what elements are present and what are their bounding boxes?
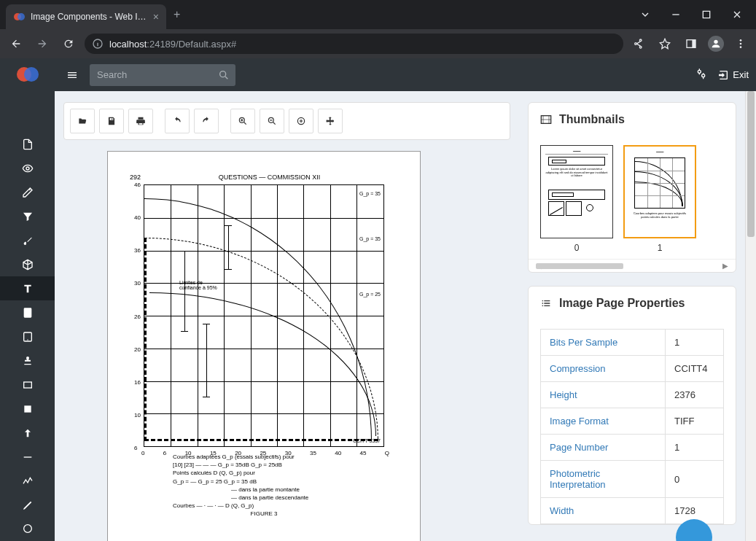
scroll-handle[interactable]: [536, 263, 623, 269]
property-key: Width: [541, 498, 666, 524]
sidebar-item-brush[interactable]: [0, 229, 55, 253]
property-value: TIFF: [666, 408, 724, 435]
maximize-icon[interactable]: [698, 6, 715, 23]
property-key: Compression: [541, 356, 666, 382]
thumbnail-1[interactable]: ━━━━━: [623, 145, 696, 253]
property-value: 1: [666, 435, 724, 461]
tab-title: Image Components - Web Image: [31, 12, 147, 22]
sidebar-item-polyline[interactable]: [0, 469, 55, 493]
print-button[interactable]: [128, 109, 153, 133]
svg-point-7: [26, 167, 29, 170]
sidebar-item-pencil[interactable]: [0, 493, 55, 517]
document-legend: Courbes adaptées G_p (essais subjectifs)…: [173, 453, 355, 518]
window-controls: [636, 6, 756, 23]
open-button[interactable]: [70, 109, 95, 133]
sidebar-item-rectangle[interactable]: [0, 373, 55, 397]
settings-icon[interactable]: [695, 68, 707, 82]
menu-dots-icon[interactable]: [731, 34, 750, 53]
property-key: Page Number: [541, 435, 666, 461]
back-button[interactable]: [6, 34, 26, 54]
search-field: [90, 64, 235, 86]
svg-point-3: [714, 40, 717, 44]
minimize-icon[interactable]: [667, 6, 685, 23]
redo-button[interactable]: [194, 109, 219, 133]
thumbnails-scrollbar[interactable]: ◀ ▶: [529, 259, 736, 272]
browser-tab[interactable]: Image Components - Web Image ×: [6, 4, 166, 29]
menu-toggle-button[interactable]: [62, 65, 82, 85]
search-icon[interactable]: [218, 69, 230, 83]
scroll-thumb[interactable]: [747, 91, 755, 237]
reload-button[interactable]: [58, 34, 79, 54]
thumbnails-title: Thumbnails: [559, 113, 625, 126]
property-row: CompressionCCITT4: [541, 356, 724, 382]
svg-point-13: [220, 71, 226, 77]
zoom-in-button[interactable]: [230, 109, 255, 133]
property-value: 0: [666, 461, 724, 498]
property-row: Bits Per Sample1: [541, 330, 724, 356]
property-value: 2376: [666, 382, 724, 408]
sidebar-item-file[interactable]: [0, 133, 55, 157]
share-icon[interactable]: [629, 34, 648, 53]
fit-button[interactable]: [289, 109, 313, 133]
sidebar-item-edit[interactable]: [0, 181, 55, 205]
svg-rect-10: [23, 382, 31, 388]
app-top-bar: Exit: [55, 58, 756, 91]
svg-rect-11: [24, 405, 31, 412]
move-button[interactable]: [318, 109, 343, 133]
y-axis-ticks: 46403630262016106: [134, 182, 141, 451]
sidebar-item-filter[interactable]: [0, 205, 55, 229]
svg-point-12: [23, 525, 31, 533]
viewer-toolbar: [63, 102, 510, 140]
sidebar-item-circle[interactable]: [0, 517, 55, 541]
browser-title-bar: Image Components - Web Image × +: [0, 0, 756, 29]
url-input[interactable]: localhost:24189/Default.aspx#: [85, 34, 623, 54]
profile-avatar[interactable]: [708, 36, 724, 52]
svg-point-5: [740, 43, 742, 45]
favicon-icon: [13, 11, 25, 23]
svg-point-6: [740, 46, 742, 48]
property-value: 1: [666, 330, 724, 356]
document-page[interactable]: 292 QUESTIONS — COMMISSION XII G_p = 35 …: [107, 151, 421, 541]
sidebar-item-cube[interactable]: [0, 253, 55, 277]
zoom-out-button[interactable]: [260, 109, 284, 133]
thumbnail-0[interactable]: ━━━━━ Lorem ipsum dolor sit amet consect…: [540, 145, 613, 253]
star-icon[interactable]: [655, 34, 674, 53]
property-row: Image FormatTIFF: [541, 408, 724, 435]
forward-button[interactable]: [32, 34, 52, 54]
chevron-down-icon[interactable]: [636, 6, 654, 23]
main-vertical-scrollbar[interactable]: [745, 91, 756, 541]
right-panel: Thumbnails ━━━━━ Lorem ipsum dolor sit a…: [519, 91, 745, 541]
document-graph: G_p = 35 G_p = 35 G_p = 25 Limites decon…: [144, 184, 384, 447]
close-tab-icon[interactable]: ×: [153, 11, 159, 23]
panel-icon[interactable]: [682, 34, 701, 53]
sidebar: [0, 58, 55, 541]
top-right-actions: Exit: [695, 68, 749, 82]
properties-panel: Image Page Properties Bits Per Sample1Co…: [528, 286, 736, 525]
close-icon[interactable]: [728, 6, 746, 23]
save-button[interactable]: [99, 109, 124, 133]
browser-address-bar: localhost:24189/Default.aspx#: [0, 29, 756, 58]
thumbnails-panel: Thumbnails ━━━━━ Lorem ipsum dolor sit a…: [528, 102, 736, 273]
new-tab-button[interactable]: +: [174, 8, 180, 21]
sidebar-item-stamp[interactable]: [0, 349, 55, 373]
search-input[interactable]: [90, 64, 235, 86]
undo-button[interactable]: [165, 109, 190, 133]
property-value: CCITT4: [666, 356, 724, 382]
page-number: 292: [130, 174, 141, 181]
sidebar-item-tablet[interactable]: [0, 324, 55, 349]
scroll-right-icon[interactable]: ▶: [722, 262, 728, 270]
sidebar-item-line[interactable]: [0, 445, 55, 469]
sidebar-item-text[interactable]: [0, 276, 55, 300]
x-axis-ticks: 061015202530354045Q: [141, 450, 389, 456]
exit-button[interactable]: Exit: [717, 69, 749, 81]
list-icon: [540, 297, 552, 309]
svg-point-9: [27, 339, 28, 340]
sidebar-item-arrow-up[interactable]: [0, 421, 55, 445]
property-key: Height: [541, 382, 666, 408]
property-row: Page Number1: [541, 435, 724, 461]
sidebar-item-view[interactable]: [0, 157, 55, 181]
url-host: localhost:24189/Default.aspx#: [109, 39, 236, 50]
sidebar-item-square[interactable]: [0, 397, 55, 421]
properties-table: Bits Per Sample1CompressionCCITT4Height2…: [540, 329, 724, 524]
sidebar-item-document[interactable]: [0, 300, 55, 324]
